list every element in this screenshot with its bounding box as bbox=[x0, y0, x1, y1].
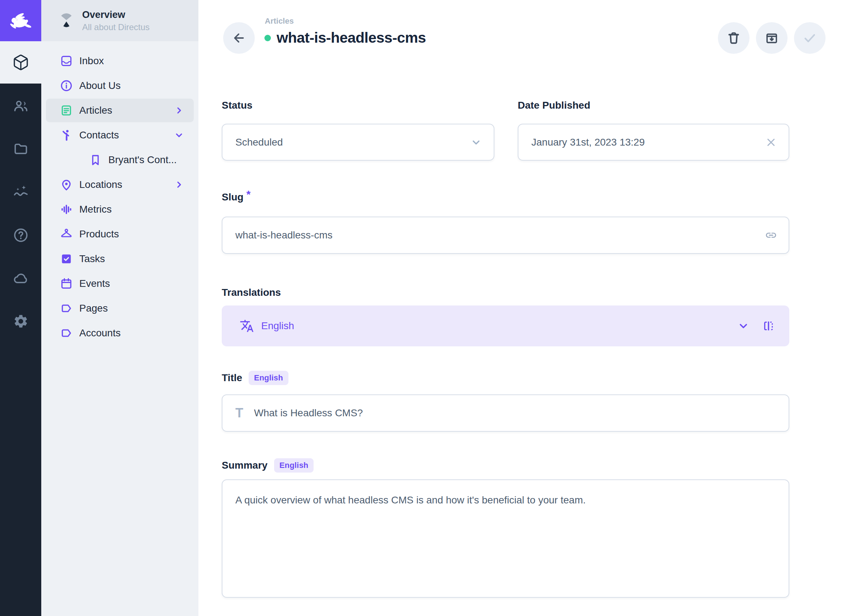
project-switcher[interactable]: Overview All about Directus bbox=[41, 0, 198, 41]
sidebar-item-label: Bryant's Cont... bbox=[108, 154, 184, 166]
slug-label: Slug * bbox=[222, 189, 250, 205]
insights-icon bbox=[13, 184, 29, 200]
project-subtitle: All about Directus bbox=[82, 22, 150, 32]
chevron-down-icon bbox=[737, 320, 750, 332]
settings-gear-icon bbox=[13, 313, 29, 329]
date-published-input[interactable]: January 31st, 2023 13:29 bbox=[518, 124, 789, 161]
users-icon bbox=[13, 98, 29, 114]
inbox-icon bbox=[60, 54, 73, 67]
sidebar-item-tasks[interactable]: Tasks bbox=[46, 247, 194, 271]
sidebar-item-label: Events bbox=[79, 278, 184, 289]
sidebar-item-label: Tasks bbox=[79, 253, 184, 265]
check-icon bbox=[803, 31, 817, 45]
cloud-icon bbox=[13, 270, 29, 286]
chevron-right-icon bbox=[174, 179, 184, 190]
hanger-icon bbox=[60, 228, 73, 241]
sidebar-item-inbox[interactable]: Inbox bbox=[46, 49, 194, 73]
status-select[interactable]: Scheduled bbox=[222, 124, 494, 161]
summary-value: A quick overview of what headless CMS is… bbox=[235, 494, 777, 506]
page-title: what-is-headless-cms bbox=[277, 29, 426, 46]
calendar-icon bbox=[60, 277, 73, 290]
article-doc-icon bbox=[60, 104, 73, 117]
sidebar-item-label: Products bbox=[79, 229, 184, 240]
summary-textarea[interactable]: A quick overview of what headless CMS is… bbox=[222, 480, 789, 598]
language-badge: English bbox=[249, 371, 288, 385]
folder-icon bbox=[13, 141, 29, 157]
sidebar-item-products[interactable]: Products bbox=[46, 222, 194, 246]
module-content[interactable] bbox=[0, 41, 41, 84]
sidebar-item-articles[interactable]: Articles bbox=[46, 98, 194, 122]
module-users[interactable] bbox=[0, 84, 41, 127]
sidebar-item-accounts[interactable]: Accounts bbox=[46, 321, 194, 345]
map-pin-icon bbox=[60, 178, 73, 191]
translate-icon bbox=[240, 319, 254, 333]
slug-value: what-is-headless-cms bbox=[235, 229, 765, 241]
arrow-left-icon bbox=[232, 31, 246, 45]
sidebar-item-label: About Us bbox=[79, 80, 184, 91]
person-waving-icon bbox=[60, 129, 73, 142]
module-files[interactable] bbox=[0, 127, 41, 170]
sidebar-item-label: Inbox bbox=[79, 55, 184, 67]
clear-date-button[interactable] bbox=[765, 136, 777, 148]
link-icon bbox=[765, 229, 777, 241]
module-rail bbox=[0, 0, 41, 616]
title-value: What is Headless CMS? bbox=[254, 407, 777, 419]
chevron-down-icon bbox=[174, 130, 184, 141]
title-row: what-is-headless-cms bbox=[264, 29, 426, 46]
chevron-right-icon bbox=[174, 105, 184, 116]
translations-label: Translations bbox=[222, 285, 281, 301]
nav-sidebar: Overview All about Directus Inbox bbox=[41, 0, 198, 616]
sidebar-item-label: Pages bbox=[79, 303, 184, 314]
info-icon bbox=[60, 79, 73, 92]
sidebar-item-label: Accounts bbox=[79, 327, 184, 339]
sidebar-item-pages[interactable]: Pages bbox=[46, 296, 194, 320]
sidebar-item-locations[interactable]: Locations bbox=[46, 173, 194, 197]
tag-icon bbox=[60, 302, 73, 315]
sidebar-item-label: Contacts bbox=[79, 129, 174, 141]
title-input[interactable]: T What is Headless CMS? bbox=[222, 395, 789, 432]
title-t-icon: T bbox=[235, 406, 243, 421]
translations-row[interactable]: English bbox=[222, 305, 789, 346]
sidebar-item-events[interactable]: Events bbox=[46, 272, 194, 295]
project-name: Overview bbox=[82, 9, 150, 21]
sidebar-item-metrics[interactable]: Metrics bbox=[46, 198, 194, 221]
status-value: Scheduled bbox=[235, 136, 470, 148]
module-help[interactable] bbox=[0, 214, 41, 257]
module-insights[interactable] bbox=[0, 170, 41, 213]
summary-label: Summary English bbox=[222, 458, 314, 473]
breadcrumb[interactable]: Articles bbox=[265, 16, 294, 26]
archive-button[interactable] bbox=[756, 22, 787, 54]
date-published-label: Date Published bbox=[518, 98, 590, 113]
tag-icon bbox=[60, 327, 73, 340]
translation-language: English bbox=[261, 320, 725, 331]
chevron-down-icon bbox=[470, 136, 482, 148]
sidebar-item-contacts[interactable]: Contacts bbox=[46, 123, 194, 147]
archive-icon bbox=[765, 31, 779, 45]
language-badge: English bbox=[274, 458, 314, 472]
module-settings[interactable] bbox=[0, 300, 41, 343]
app-root: Overview All about Directus Inbox bbox=[0, 0, 846, 616]
sidebar-item-bryants-contacts[interactable]: Bryant's Cont... bbox=[46, 148, 194, 172]
sidebar-item-label: Articles bbox=[79, 105, 174, 116]
directus-rabbit-logo[interactable] bbox=[0, 0, 41, 41]
bookmark-icon bbox=[89, 154, 102, 166]
task-check-icon bbox=[60, 252, 73, 265]
title-label: Title English bbox=[222, 370, 288, 386]
module-cloud[interactable] bbox=[0, 257, 41, 300]
save-button[interactable] bbox=[794, 22, 825, 54]
delete-button[interactable] bbox=[718, 22, 749, 54]
status-dot bbox=[264, 35, 271, 41]
sidebar-item-label: Locations bbox=[79, 179, 174, 191]
split-view-icon[interactable] bbox=[762, 320, 775, 332]
sidebar-item-about-us[interactable]: About Us bbox=[46, 74, 194, 98]
status-label: Status bbox=[222, 98, 253, 113]
slug-input[interactable]: what-is-headless-cms bbox=[222, 217, 789, 254]
pie-gauge-icon bbox=[58, 12, 75, 29]
close-icon bbox=[765, 136, 777, 148]
equalizer-icon bbox=[60, 203, 73, 216]
rabbit-logo-icon bbox=[8, 8, 34, 34]
help-icon bbox=[13, 227, 29, 243]
back-button[interactable] bbox=[223, 22, 255, 54]
trash-icon bbox=[727, 31, 741, 45]
main-content: Articles what-is-headless-cms bbox=[198, 0, 846, 616]
